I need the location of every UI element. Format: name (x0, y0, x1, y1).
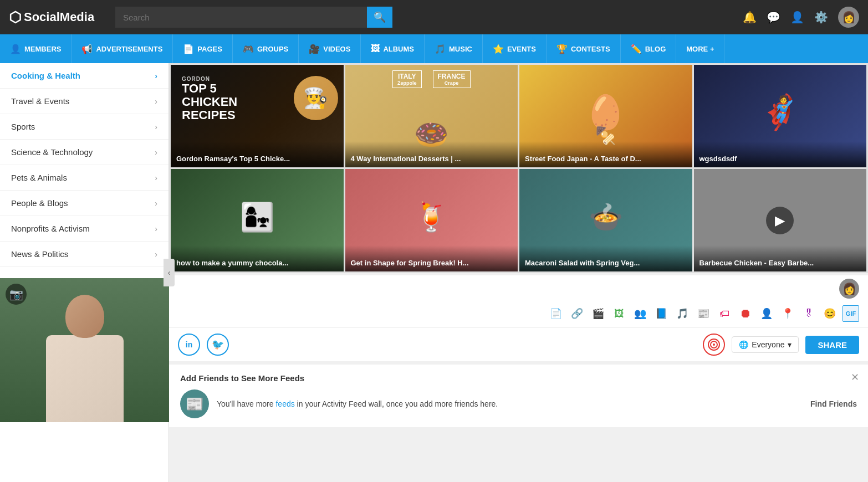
sidebar-item-pets[interactable]: Pets & Animals › (0, 165, 169, 191)
nav-label-ads: ADVERTISEMENTS (96, 45, 162, 53)
chevron-icon-people: › (155, 199, 157, 208)
video-grid: GORDON TOP 5CHICKENRECIPES 👨‍🍳 Gordon Ra… (169, 63, 868, 273)
close-button[interactable]: ✕ (851, 371, 859, 383)
video-label-4: wgsdsdsdf (694, 141, 867, 167)
audience-dropdown[interactable]: 🌐 Everyone ▾ (732, 336, 799, 353)
profile-photo-area: 📷 (0, 278, 169, 422)
video-thumb-1[interactable]: GORDON TOP 5CHICKENRECIPES 👨‍🍳 Gordon Ra… (171, 65, 344, 167)
friends-feed-icon: 📰 (180, 389, 209, 418)
post-icon-doc[interactable]: 📄 (548, 305, 564, 322)
albums-icon: 🖼 (371, 44, 380, 54)
nav-item-music[interactable]: 🎵 MUSIC (425, 34, 483, 63)
sidebar-item-news[interactable]: News & Politics › (0, 242, 169, 267)
friends-icon[interactable]: 👤 (790, 11, 804, 24)
post-icon-badge[interactable]: 🎖 (800, 305, 817, 322)
post-icon-group[interactable]: 👥 (632, 305, 649, 322)
post-icon-music[interactable]: 🎵 (674, 305, 691, 322)
nav-item-advertisements[interactable]: 📢 ADVERTISEMENTS (72, 34, 173, 63)
notification-icon[interactable]: 🔔 (743, 11, 757, 24)
nav-item-groups[interactable]: 🎮 GROUPS (233, 34, 299, 63)
video-label-3: Street Food Japan - A Taste of D... (519, 141, 692, 167)
post-icon-user[interactable]: 👤 (758, 305, 775, 322)
post-icon-location[interactable]: 📍 (779, 305, 796, 322)
post-icon-tag[interactable]: 🏷 (716, 305, 733, 322)
nav-item-more[interactable]: MORE + (676, 34, 724, 63)
video-thumb-3[interactable]: 🥚 🍢 Street Food Japan - A Taste of D... (519, 65, 692, 167)
post-icon-page[interactable]: 📰 (695, 305, 712, 322)
members-icon: 👤 (10, 44, 21, 54)
message-icon[interactable]: 💬 (767, 11, 780, 24)
chevron-icon-nonprofits: › (155, 224, 157, 233)
video-label-7: Macaroni Salad with Spring Veg... (519, 245, 692, 271)
video-thumb-6[interactable]: 🍹 Get in Shape for Spring Break! H... (345, 169, 518, 271)
sidebar-item-people[interactable]: People & Blogs › (0, 191, 169, 216)
chevron-icon-sports: › (155, 122, 157, 131)
events-icon: ⭐ (493, 44, 504, 54)
main-content: GORDON TOP 5CHICKENRECIPES 👨‍🍳 Gordon Ra… (169, 63, 868, 482)
post-icon-facebook[interactable]: 📘 (653, 305, 670, 322)
videos-icon: 🎥 (309, 44, 320, 54)
nav-item-events[interactable]: ⭐ EVENTS (483, 34, 547, 63)
topbar: ⬡ SocialMedia 🔍 🔔 💬 👤 ⚙️ 👩 (0, 0, 868, 34)
contests-icon: 🏆 (556, 44, 568, 54)
search-input[interactable] (115, 7, 367, 28)
video-thumb-8[interactable]: ▶ Barbecue Chicken - Easy Barbe... (694, 169, 867, 271)
feeds-link[interactable]: feeds (275, 399, 294, 408)
chevron-icon-news: › (155, 250, 157, 259)
nav-label-members: MEMBERS (24, 45, 61, 53)
nav-label-albums: ALBUMS (383, 45, 414, 53)
sidebar-label-people: People & Blogs (11, 198, 68, 208)
video-thumb-2[interactable]: ITALY Zeppole FRANCE Crape 🍩 4 Way Inter… (345, 65, 518, 167)
nav-item-videos[interactable]: 🎥 VIDEOS (299, 34, 361, 63)
camera-icon[interactable]: 📷 (6, 284, 27, 305)
topbar-icons: 🔔 💬 👤 ⚙️ 👩 (743, 7, 859, 28)
nav-item-blog[interactable]: ✏️ BLOG (621, 34, 677, 63)
post-icon-image[interactable]: 🖼 (611, 305, 627, 322)
logo[interactable]: ⬡ SocialMedia (9, 9, 109, 26)
sidebar-item-cooking[interactable]: Cooking & Health › (0, 63, 169, 89)
nav-label-events: EVENTS (507, 45, 536, 53)
music-icon: 🎵 (435, 44, 446, 54)
video-thumb-4[interactable]: 🦸 wgsdsdsdf (694, 65, 867, 167)
sidebar-label-news: News & Politics (11, 249, 68, 259)
sidebar: Cooking & Health › Travel & Events › Spo… (0, 63, 169, 482)
sidebar-item-sports[interactable]: Sports › (0, 114, 169, 140)
settings-icon[interactable]: ⚙️ (814, 11, 828, 24)
video-label-2: 4 Way International Desserts | ... (345, 141, 518, 167)
nav-item-contests[interactable]: 🏆 CONTESTS (547, 34, 621, 63)
video-thumb-7[interactable]: 🍲 Macaroni Salad with Spring Veg... (519, 169, 692, 271)
nav-item-albums[interactable]: 🖼 ALBUMS (361, 34, 425, 63)
video-thumb-5[interactable]: 👩‍👧 how to make a yummy chocola... (171, 169, 344, 271)
linkedin-button[interactable]: in (178, 334, 200, 356)
sidebar-label-pets: Pets & Animals (11, 173, 67, 182)
nav-label-more: MORE + (686, 45, 714, 53)
nav-label-blog: BLOG (645, 45, 666, 53)
sidebar-item-travel[interactable]: Travel & Events › (0, 89, 169, 114)
post-icon-record[interactable]: ⏺ (737, 305, 754, 322)
add-friends-message: You'll have more feeds in your Activity … (217, 399, 803, 408)
post-icon-video[interactable]: 🎬 (590, 305, 606, 322)
nav-item-members[interactable]: 👤 MEMBERS (0, 34, 72, 63)
pages-icon: 📄 (183, 44, 194, 54)
chevron-icon-cooking: › (155, 71, 157, 80)
post-icon-emoji[interactable]: 😊 (821, 305, 838, 322)
twitter-button[interactable]: 🐦 (207, 334, 229, 356)
sidebar-item-science[interactable]: Science & Technology › (0, 140, 169, 165)
add-friends-title: Add Friends to See More Feeds (180, 373, 857, 383)
video-label-1: Gordon Ramsay's Top 5 Chicke... (171, 141, 344, 167)
chevron-icon-science: › (155, 148, 157, 157)
avatar[interactable]: 👩 (838, 7, 859, 28)
nav-label-groups: GROUPS (257, 45, 288, 53)
nav-item-pages[interactable]: 📄 PAGES (173, 34, 233, 63)
sidebar-item-nonprofits[interactable]: Nonprofits & Activism › (0, 216, 169, 242)
post-icon-gif[interactable]: GIF (843, 305, 859, 322)
nav-label-contests: CONTESTS (571, 45, 610, 53)
post-icon-link[interactable]: 🔗 (569, 305, 585, 322)
share-button[interactable]: SHARE (805, 336, 859, 354)
play-button-8[interactable]: ▶ (766, 207, 794, 234)
sidebar-label-science: Science & Technology (11, 147, 93, 157)
bottom-section: 👩 📄 🔗 🎬 🖼 👥 📘 🎵 📰 🏷 ⏺ 👤 📍 🎖 😊 GIF (169, 275, 868, 361)
find-friends-button[interactable]: Find Friends (810, 399, 857, 408)
search-button[interactable]: 🔍 (367, 7, 392, 28)
sidebar-toggle[interactable]: ‹ (164, 259, 175, 286)
